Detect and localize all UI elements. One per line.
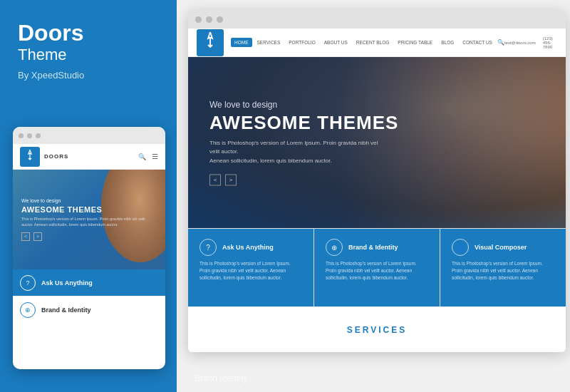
nav-link-home[interactable]: HOME <box>231 38 252 47</box>
desktop-card-visual-header: 👤 Visual Composer <box>452 239 554 256</box>
search-icon[interactable]: 🔍 <box>497 39 504 46</box>
desktop-email: test@doors.com <box>504 41 536 45</box>
mobile-hero-title: awesome THEMES <box>21 205 157 214</box>
nav-link-blog[interactable]: RECENT BLOG <box>353 38 393 47</box>
desktop-card-ask-header: ? Ask Us Anything <box>200 239 302 256</box>
mobile-hero-desc: This is Photoshop's version of Lorem Ips… <box>21 217 157 227</box>
desktop-card-visual-text: This is Photoshop's version of Lorem Ips… <box>452 260 554 281</box>
desktop-card-brand-title: Brand & Identity <box>348 244 398 251</box>
desktop-nav: HOME SERVICES PORTFOLIO ABOUT US RECENT … <box>188 29 566 57</box>
mobile-card-brand-icon: ⊕ <box>20 302 36 318</box>
mobile-search-icon[interactable]: 🔍 <box>138 153 146 160</box>
brand-title: Doors <box>18 21 159 44</box>
nav-link-portfolio[interactable]: PORTFOLIO <box>285 38 318 47</box>
mobile-logo-text: DOORS <box>44 153 68 160</box>
mobile-cards: ? Ask Us Anything ⊕ Brand & Identity <box>13 269 165 324</box>
desktop-nav-right: test@doors.com (123) 456-7890 <box>504 36 557 49</box>
mobile-hero-sub: We love to design <box>21 198 157 203</box>
mobile-menu-icon[interactable]: ☰ <box>152 153 158 160</box>
nav-link-services[interactable]: SERVICES <box>254 38 284 47</box>
mobile-card-ask-label: Ask Us Anything <box>41 279 93 287</box>
desktop-hero-title: awesome THEMES <box>209 113 398 133</box>
mobile-dot-2 <box>27 133 32 138</box>
desktop-hero-arrows: < > <box>209 174 398 185</box>
mobile-dot-1 <box>19 133 24 138</box>
mobile-card-ask-icon: ? <box>20 275 36 291</box>
desktop-card-ask-text: This is Photoshop's version of Lorem Ips… <box>200 260 302 281</box>
mobile-card-ask[interactable]: ? Ask Us Anything <box>13 269 165 296</box>
desktop-card-ask[interactable]: ? Ask Us Anything This is Photoshop's ve… <box>188 229 314 306</box>
desktop-card-visual[interactable]: 👤 Visual Composer This is Photoshop's ve… <box>440 229 566 306</box>
services-label: SERVICES <box>347 325 407 335</box>
desktop-mockup: HOME SERVICES PORTFOLIO ABOUT US RECENT … <box>188 10 566 352</box>
mobile-logo-icon <box>20 147 40 167</box>
bottom-brand-identity: Brand Identity <box>195 373 247 383</box>
desktop-services: SERVICES <box>188 306 566 352</box>
desktop-card-brand-text: This is Photoshop's version of Lorem Ips… <box>326 260 428 281</box>
desktop-card-visual-title: Visual Composer <box>475 244 527 251</box>
desktop-hero-sub: We love to design <box>209 100 398 110</box>
left-panel: Doors Theme By XpeedStudio DOORS 🔍 ☰ <box>0 0 177 392</box>
mobile-nav: DOORS 🔍 ☰ <box>13 144 165 170</box>
mobile-logo-area: DOORS <box>20 147 68 167</box>
desktop-next-arrow[interactable]: > <box>225 174 237 185</box>
desktop-logo-area <box>197 29 224 56</box>
nav-link-pricing[interactable]: PRICING TABLE <box>394 38 436 47</box>
mobile-hero-text: We love to design awesome THEMES This is… <box>21 198 157 240</box>
mobile-mockup: DOORS 🔍 ☰ We love to design awesome THEM… <box>13 127 165 369</box>
desktop-hero-content: We love to design awesome THEMES This is… <box>209 100 398 186</box>
desktop-titlebar <box>188 10 566 29</box>
nav-link-blog2[interactable]: BLOG <box>437 38 457 47</box>
mobile-arrows: < > <box>21 232 157 241</box>
desktop-dot-3 <box>217 16 223 23</box>
desktop-cards: ? Ask Us Anything This is Photoshop's ve… <box>188 228 566 306</box>
brand-by: By XpeedStudio <box>18 70 159 81</box>
desktop-phone: (123) 456-7890 <box>543 36 557 49</box>
desktop-card-brand-icon: ⊕ <box>326 239 343 256</box>
mobile-next-arrow[interactable]: > <box>33 232 42 241</box>
desktop-card-brand[interactable]: ⊕ Brand & Identity This is Photoshop's v… <box>314 229 440 306</box>
desktop-hero-desc: This is Photoshop's version of Lorem Ips… <box>209 138 380 165</box>
right-panel: HOME SERVICES PORTFOLIO ABOUT US RECENT … <box>177 0 570 392</box>
desktop-dot-2 <box>206 16 212 23</box>
brand-subtitle: Theme <box>18 46 159 64</box>
mobile-card-brand[interactable]: ⊕ Brand & Identity <box>13 296 165 324</box>
desktop-card-ask-title: Ask Us Anything <box>222 244 274 251</box>
desktop-card-visual-icon: 👤 <box>452 239 469 256</box>
desktop-logo-icon <box>197 29 224 56</box>
mobile-dot-3 <box>36 133 41 138</box>
mobile-prev-arrow[interactable]: < <box>21 232 30 241</box>
desktop-hero: We love to design awesome THEMES This is… <box>188 57 566 228</box>
mobile-card-brand-label: Brand & Identity <box>41 306 91 314</box>
mobile-hero: We love to design awesome THEMES This is… <box>13 170 165 269</box>
nav-link-contact[interactable]: CONTACT US <box>459 38 496 47</box>
desktop-card-ask-icon: ? <box>200 239 217 256</box>
desktop-dot-1 <box>195 16 202 23</box>
mobile-nav-icons: 🔍 ☰ <box>138 153 158 160</box>
nav-link-about[interactable]: ABOUT US <box>321 38 351 47</box>
desktop-nav-links: HOME SERVICES PORTFOLIO ABOUT US RECENT … <box>231 38 504 47</box>
desktop-card-brand-header: ⊕ Brand & Identity <box>326 239 428 256</box>
desktop-prev-arrow[interactable]: < <box>209 174 221 185</box>
mobile-titlebar <box>13 127 165 144</box>
